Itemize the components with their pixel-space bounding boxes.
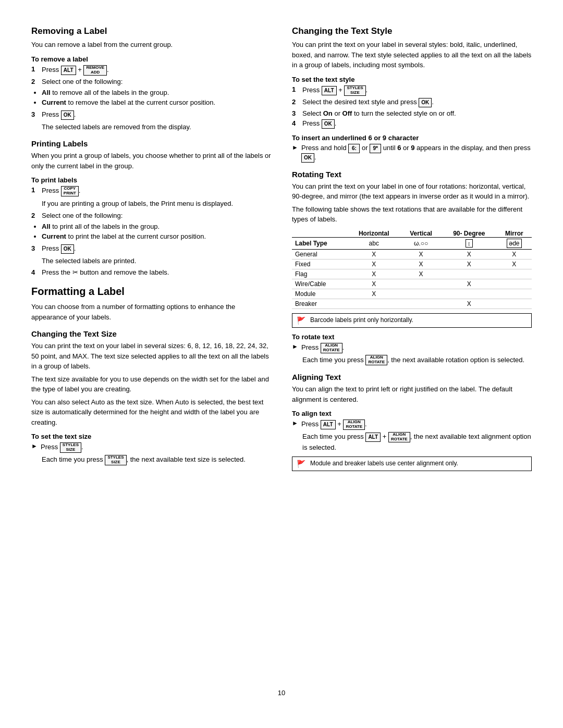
aligning-text-title: Aligning Text (292, 373, 532, 381)
module-note-text: Module and breaker labels use center ali… (310, 460, 458, 467)
to-remove-heading: To remove a label (31, 55, 271, 63)
six-key: 6: (348, 144, 360, 153)
rotating-text-title: Rotating Text (292, 170, 532, 179)
rotating-text-intro2: The following table shows the text rotat… (292, 204, 532, 225)
style-step-3: 3 Select On or Off to turn the selected … (292, 109, 532, 117)
changing-text-size-para2: The text size available for you to use d… (31, 374, 271, 394)
print-step-4: 4 Press the ✂ button and remove the labe… (31, 268, 271, 276)
copy-print-key: COPYPRINT (61, 186, 79, 196)
ok-key-2: OK (61, 244, 74, 254)
print-step1-note: If you are printing a group of labels, t… (42, 199, 271, 209)
print-step3-note: The selected labels are printed. (42, 256, 271, 266)
alt-key-2: ALT (322, 86, 337, 95)
barcode-note-text: Barcode labels print only horizontally. (310, 316, 413, 324)
to-align-heading: To align text (292, 410, 532, 417)
table-row-wirecable: Wire/Cable X X (292, 279, 532, 289)
ok-key-4: OK (322, 119, 335, 129)
to-insert-heading: To insert an underlined 6 or 9 character (292, 134, 532, 142)
print-step-1: 1 Press COPYPRINT. (31, 186, 271, 196)
rotation-table: Horizontal Vertical 90- Degree Mirror La… (292, 229, 532, 309)
set-text-size-bullet: ► Press STYLESSIZE. (31, 442, 271, 453)
remove-step-3: 3 Press OK. (31, 110, 271, 120)
remove-step3-note: The selected labels are removed from the… (42, 122, 271, 132)
to-print-heading: To print labels (31, 176, 271, 184)
rotating-text-section: Rotating Text You can print the text on … (292, 170, 532, 366)
formatting-intro: You can choose from a number of formatti… (31, 302, 271, 322)
rotating-text-intro1: You can print the text on your label in … (292, 181, 532, 202)
ok-key-5: OK (301, 153, 314, 163)
to-rotate-heading: To rotate text (292, 333, 532, 341)
insert-underline-bullet: ► Press and hold 6: or 9* until 6 or 9 a… (292, 144, 532, 163)
header-90degree: 90- Degree (442, 229, 497, 238)
print-step-3: 3 Press OK. (31, 244, 271, 254)
changing-text-style-section: Changing the Text Style You can print th… (292, 26, 532, 163)
print-bullet-all: All to print all of the labels in the gr… (42, 221, 271, 232)
printing-labels-section: Printing Labels When you print a group o… (31, 139, 271, 276)
module-note: 🚩 Module and breaker labels use center a… (292, 456, 532, 471)
remove-add-key: REMOVEADD (83, 65, 107, 76)
printing-labels-intro: When you print a group of labels, you ch… (31, 151, 271, 171)
style-step-4: 4 Press OK. (292, 119, 532, 129)
left-column: Removing a Label You can remove a label … (31, 26, 271, 673)
removing-label-section: Removing a Label You can remove a label … (31, 26, 271, 132)
styles-size-key-3: STYLESSIZE (344, 85, 365, 96)
main-content: Removing a Label You can remove a label … (31, 26, 532, 673)
align-bullet: ► Press ALT + ALIGNROTATE. (292, 419, 532, 430)
page-number: 10 (31, 689, 532, 697)
changing-text-size-intro: You can print the text on your label in … (31, 341, 271, 372)
formatting-section: Formatting a Label You can choose from a… (31, 286, 271, 465)
style-step-1: 1 Press ALT + STYLESSIZE. (292, 85, 532, 96)
rotate-note: Each time you press ALIGNROTATE, the nex… (302, 355, 532, 366)
aligning-text-section: Aligning Text You can align the text to … (292, 373, 532, 471)
remove-bullet-all: All to remove all of the labels in the g… (42, 88, 271, 98)
remove-bullets: All to remove all of the labels in the g… (42, 88, 271, 108)
print-bullet-current: Current to print the label at the curren… (42, 231, 271, 242)
table-header-row-1: Horizontal Vertical 90- Degree Mirror (292, 229, 532, 238)
table-row-fixed: Fixed X X X X (292, 259, 532, 269)
remove-step-1: 1 Press ALT + REMOVEADD. (31, 65, 271, 76)
ok-key-3: OK (419, 98, 432, 107)
changing-text-style-title: Changing the Text Style (292, 26, 532, 36)
remove-bullet-current: Current to remove the label at the curre… (42, 97, 271, 108)
table-row-breaker: Breaker X (292, 299, 532, 309)
changing-text-size-title: Changing the Text Size (31, 329, 271, 338)
table-row-flag: Flag X X (292, 269, 532, 279)
alt-key-4: ALT (365, 433, 381, 442)
alt-key: ALT (61, 66, 76, 75)
header-horizontal: Horizontal (347, 229, 400, 238)
styles-size-key-2: STYLESSIZE (105, 455, 126, 465)
header-mirror: Mirror (497, 229, 532, 238)
align-rotate-key-4: ALIGNROTATE (388, 432, 410, 442)
table-row-module: Module X (292, 289, 532, 299)
nine-key: 9* (370, 144, 381, 153)
printing-labels-title: Printing Labels (31, 139, 271, 148)
formatting-title: Formatting a Label (31, 286, 271, 298)
barcode-note: 🚩 Barcode labels print only horizontally… (292, 313, 532, 328)
note-icon: 🚩 (297, 316, 307, 325)
styles-size-key-1: STYLESSIZE (60, 442, 81, 453)
set-text-size-note: Each time you press STYLESSIZE, the next… (42, 454, 271, 465)
aligning-text-intro: You can align the text to print left or … (292, 384, 532, 404)
table-row-general: General X X X X (292, 249, 532, 259)
to-set-text-size-heading: To set the text size (31, 433, 271, 440)
alt-key-3: ALT (321, 420, 336, 429)
print-bullets: All to print all of the labels in the gr… (42, 221, 271, 242)
note-icon-2: 🚩 (297, 460, 307, 468)
changing-text-style-intro: You can print the text on your label in … (292, 40, 532, 70)
removing-label-title: Removing a Label (31, 26, 271, 36)
ok-key-1: OK (61, 110, 74, 120)
align-note: Each time you press ALT + ALIGNROTATE, t… (302, 431, 532, 452)
to-set-text-style-heading: To set the text style (292, 76, 532, 83)
page: Removing a Label You can remove a label … (0, 0, 563, 728)
header-vertical: Vertical (400, 229, 442, 238)
rotate-bullet: ► Press ALIGNROTATE. (292, 343, 532, 353)
right-column: Changing the Text Style You can print th… (292, 26, 532, 673)
align-rotate-key-2: ALIGNROTATE (365, 355, 387, 365)
align-rotate-key-1: ALIGNROTATE (321, 343, 342, 353)
style-step-2: 2 Select the desired text style and pres… (292, 98, 532, 107)
align-rotate-key-3: ALIGNROTATE (343, 419, 365, 430)
removing-label-intro: You can remove a label from the current … (31, 40, 271, 50)
print-step-2: 2 Select one of the following: (31, 212, 271, 219)
remove-step-2: 2 Select one of the following: (31, 78, 271, 85)
table-header-row-2: Label Type abc ω.○○ ↕ əde (292, 237, 532, 249)
